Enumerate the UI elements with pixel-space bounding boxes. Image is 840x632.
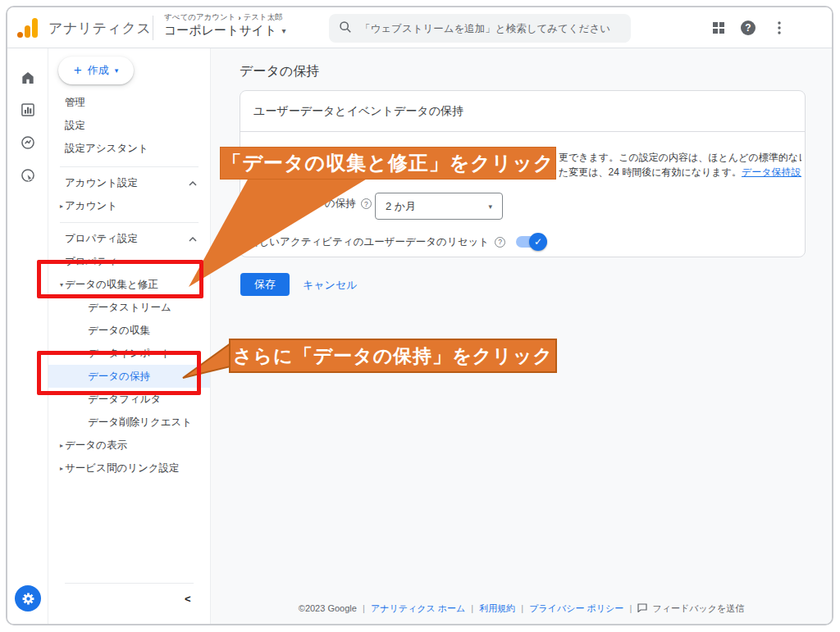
help-icon[interactable]: ? [361, 198, 372, 209]
advertising-icon[interactable] [19, 166, 37, 184]
footer: ©2023 Google | アナリティクス ホーム | 利用規約 | プライバ… [211, 602, 832, 615]
cancel-button[interactable]: キャンセル [303, 278, 358, 293]
chevron-down-icon: ▾ [115, 66, 119, 75]
save-button[interactable]: 保存 [240, 273, 290, 296]
reset-user-data-row: 新しいアクティビティのユーザーデータのリセット ? ✓ [249, 232, 546, 252]
help-icon[interactable]: ? [741, 20, 756, 35]
chevron-down-icon: ▾ [281, 26, 285, 35]
retention-period-dropdown[interactable]: 2 か月 ▾ [375, 193, 503, 220]
apps-grid-icon[interactable] [711, 20, 726, 35]
search-bar[interactable] [329, 14, 631, 43]
property-name: コーポレートサイト [164, 23, 276, 39]
reset-user-data-toggle[interactable]: ✓ [516, 233, 546, 251]
sidebar-item-data-display[interactable]: ▸ データの表示 [48, 434, 210, 457]
sidebar-item-data-filters[interactable]: データフィルタ [48, 388, 210, 411]
chevron-up-icon [189, 233, 197, 244]
sidebar-collapse-icon[interactable]: < [185, 593, 191, 605]
sidebar-item-product-links[interactable]: ▸ サービス間のリンク設定 [48, 457, 210, 480]
sidebar-item-data-retention[interactable]: データの保持 [48, 365, 210, 388]
sidebar-item-data-collection[interactable]: データの収集 [48, 319, 210, 342]
copyright: ©2023 Google [299, 603, 357, 613]
property-selector[interactable]: コーポレートサイト ▾ [164, 23, 286, 39]
chevron-up-icon [189, 177, 197, 189]
sidebar-item-settings[interactable]: 設定 [48, 114, 210, 137]
sidebar-item-admin[interactable]: 管理 [48, 91, 210, 114]
sidebar-item-data-import[interactable]: データインポート [48, 342, 210, 365]
sidebar-section-account-settings[interactable]: アカウント設定 [48, 171, 210, 194]
admin-sidebar: + 作成 ▾ 管理 設定 設定アシスタント アカウント設定 ▸ アカウント プロ… [48, 48, 211, 624]
more-vertical-icon[interactable] [772, 20, 787, 35]
breadcrumb-user: テスト太郎 [244, 12, 283, 23]
data-retention-settings-link[interactable]: データ保持設定 [742, 166, 801, 178]
annotation-callout-data-collection: 「データの収集と修正」をクリック [220, 147, 556, 180]
chevron-down-icon: ▾ [488, 202, 492, 211]
main-content: データの保持 ユーザーデータとイベントデータの保持 更できます。この設定の内容は… [211, 48, 832, 624]
screenshot-stage: アナリティクス すべてのアカウント › テスト太郎 コーポレートサイト ▾ [0, 0, 840, 632]
search-input[interactable] [360, 23, 621, 34]
breadcrumb-root: すべてのアカウント [164, 12, 236, 23]
topbar-divider [153, 16, 153, 40]
plus-icon: + [74, 62, 82, 79]
breadcrumb: すべてのアカウント › テスト太郎 [164, 12, 283, 23]
help-icon[interactable]: ? [495, 237, 505, 248]
footer-link-analytics-home[interactable]: アナリティクス ホーム [371, 603, 465, 613]
description-line2: た変更は、24 時間後に有効になります。 [559, 166, 742, 178]
reset-user-data-label: 新しいアクティビティのユーザーデータのリセット [249, 235, 489, 249]
sidebar-divider [60, 166, 199, 167]
analytics-logo-icon[interactable] [17, 18, 42, 39]
footer-feedback[interactable]: フィードバックを送信 [652, 603, 744, 613]
chevron-right-icon: ▸ [48, 442, 65, 449]
breadcrumb-chevron-icon: › [239, 14, 241, 22]
sidebar-divider [65, 583, 194, 584]
sidebar-item-property[interactable]: ▸ プロパティ [48, 250, 210, 273]
sidebar-section-property-settings[interactable]: プロパティ設定 [48, 227, 210, 250]
create-button[interactable]: + 作成 ▾ [58, 57, 134, 84]
explore-icon[interactable] [19, 134, 37, 152]
sidebar-item-data-deletion-requests[interactable]: データ削除リクエスト [48, 411, 210, 434]
top-bar: アナリティクス すべてのアカウント › テスト太郎 コーポレートサイト ▾ [7, 7, 832, 48]
chevron-right-icon: ▸ [48, 465, 65, 472]
sidebar-item-setup-assistant[interactable]: 設定アシスタント [48, 137, 210, 160]
toggle-check-icon: ✓ [529, 233, 547, 251]
reports-icon[interactable] [19, 101, 37, 119]
sidebar-item-data-collection-and-modification[interactable]: ▾ データの収集と修正 [48, 273, 210, 296]
retention-period-value: 2 か月 [386, 199, 416, 214]
footer-link-privacy[interactable]: プライバシー ポリシー [529, 603, 623, 613]
retention-period-label: の保持 ? [325, 197, 372, 211]
sidebar-divider [60, 222, 199, 223]
description-line1: 更できます。この設定の内容は、ほとんどの標準的なレポー [559, 150, 801, 165]
search-icon [339, 20, 352, 37]
app-name: アナリティクス [48, 19, 151, 38]
footer-link-terms[interactable]: 利用規約 [479, 603, 515, 613]
chevron-down-icon: ▾ [48, 281, 65, 289]
chevron-right-icon: ▸ [48, 258, 65, 266]
card-description: 更できます。この設定の内容は、ほとんどの標準的なレポー た変更は、24 時間後に… [559, 150, 801, 180]
app-window: アナリティクス すべてのアカウント › テスト太郎 コーポレートサイト ▾ [6, 6, 833, 625]
sidebar-item-data-streams[interactable]: データストリーム [48, 296, 210, 319]
chevron-right-icon: ▸ [48, 202, 65, 210]
sidebar-item-account[interactable]: ▸ アカウント [48, 194, 210, 217]
feedback-icon [637, 603, 647, 614]
create-button-label: 作成 [88, 63, 109, 78]
card-header: ユーザーデータとイベントデータの保持 [240, 91, 805, 132]
annotation-callout-data-retention: さらに「データの保持」をクリック [229, 339, 557, 373]
home-icon[interactable] [19, 69, 37, 87]
icon-rail [7, 48, 48, 624]
page-title: データの保持 [240, 63, 319, 80]
admin-gear-icon[interactable] [15, 585, 41, 612]
